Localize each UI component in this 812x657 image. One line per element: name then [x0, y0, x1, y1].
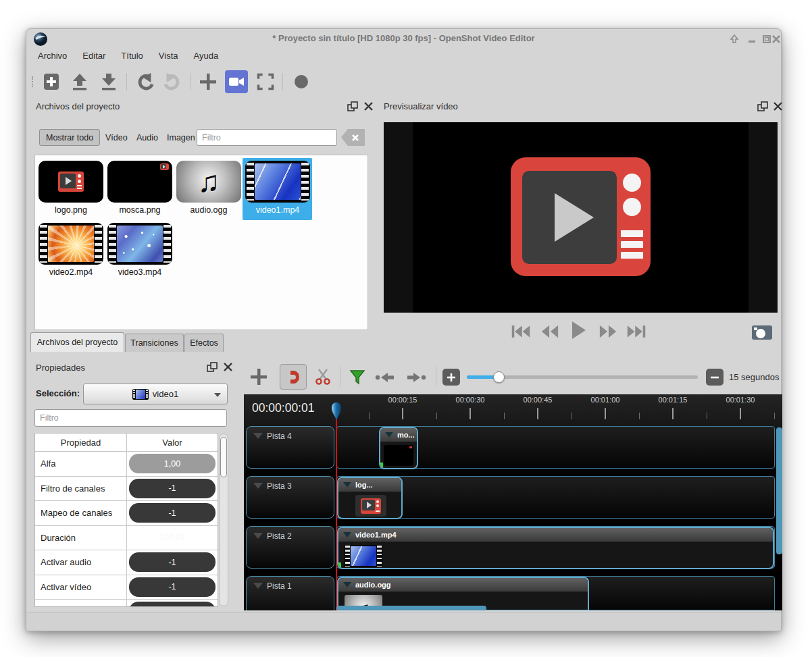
file-name: audio.ogg [175, 205, 243, 215]
value-pill[interactable]: -1 [129, 552, 215, 572]
jump-start-button[interactable] [509, 322, 532, 341]
next-marker-button[interactable] [403, 367, 429, 388]
chevron-down-icon[interactable] [343, 482, 351, 488]
value-pill[interactable]: -1 [129, 503, 215, 523]
clip-thumbnail [345, 545, 382, 567]
close-window-button[interactable] [771, 34, 783, 45]
snapping-toggle-button[interactable] [280, 364, 307, 390]
music-note-icon: ♫ [198, 167, 220, 196]
clip-mosca[interactable]: mo... [379, 427, 418, 469]
redo-button[interactable] [161, 70, 184, 93]
file-item-logo[interactable]: logo.png [37, 161, 105, 220]
filter-show-all-button[interactable]: Mostrar todo [39, 129, 100, 146]
track-lane-pista3[interactable]: log... [336, 476, 775, 519]
chevron-down-icon[interactable] [253, 533, 263, 539]
fast-forward-button[interactable] [597, 322, 619, 341]
timeline-vertical-scrollbar[interactable] [776, 427, 782, 554]
chevron-down-icon[interactable] [343, 582, 351, 587]
menu-vista[interactable]: Vista [159, 51, 178, 61]
title-bar[interactable]: * Proyecto sin título [HD 1080p 30 fps] … [26, 29, 781, 48]
chevron-down-icon[interactable] [343, 532, 351, 537]
float-panel-icon[interactable] [207, 362, 219, 373]
chevron-down-icon[interactable] [253, 433, 263, 439]
menu-ayuda[interactable]: Ayuda [194, 51, 219, 61]
jump-end-icon [626, 323, 646, 340]
timeline-horizontal-scrollbar[interactable] [336, 606, 486, 610]
track-header-pista4[interactable]: Pista 4 [246, 426, 334, 469]
timeline-add-track-button[interactable] [247, 365, 270, 388]
tv-knob [623, 174, 641, 192]
add-marker-button[interactable] [347, 367, 368, 388]
table-row-activar-audio: Activar audio -1 [35, 550, 218, 575]
chevron-down-icon[interactable] [253, 483, 263, 489]
new-project-button[interactable] [40, 70, 63, 93]
zoom-out-button[interactable] [706, 369, 724, 386]
play-button[interactable] [567, 321, 590, 340]
marker-funnel-icon [349, 369, 365, 386]
video2-thumbnail [39, 223, 103, 265]
export-video-button[interactable] [290, 70, 313, 93]
slider-handle[interactable] [493, 371, 505, 383]
file-item-mosca[interactable]: mosca.png [106, 161, 174, 220]
track-header-pista1[interactable]: Pista 1 [246, 576, 334, 610]
scrollbar-thumb[interactable] [220, 437, 227, 477]
shade-window-button[interactable] [729, 34, 741, 45]
filter-video-button[interactable]: Vídeo [99, 129, 134, 146]
value-pill[interactable]: -1 [129, 577, 215, 597]
chevron-down-icon[interactable] [385, 432, 393, 438]
clip-video1[interactable]: video1.mp4 [337, 527, 774, 569]
properties-scrollbar[interactable] [219, 433, 228, 606]
clear-filter-button[interactable] [341, 129, 365, 146]
tab-archivos-del-proyecto[interactable]: Archivos del proyecto [30, 332, 124, 352]
menu-archivo[interactable]: Archivo [38, 51, 67, 61]
track-lane-pista2[interactable]: video1.mp4 [336, 526, 775, 569]
properties-filter-input[interactable] [34, 409, 227, 427]
menu-editar[interactable]: Editar [82, 51, 105, 61]
track-lane-pista4[interactable]: mo... [336, 426, 775, 469]
timeline[interactable]: 00:00:00:01 00:00:15 00:00:30 00:00:45 0… [244, 394, 782, 610]
track-header-pista2[interactable]: Pista 2 [246, 526, 334, 569]
jump-end-button[interactable] [625, 322, 648, 341]
new-file-icon [42, 72, 61, 91]
minimize-window-button[interactable] [746, 34, 759, 45]
zoom-in-button[interactable] [442, 369, 460, 386]
file-item-video1[interactable]: video1.mp4 [244, 161, 311, 220]
save-project-button[interactable] [97, 70, 120, 93]
duration-value[interactable]: 120,02 [159, 533, 185, 542]
float-panel-icon[interactable] [757, 101, 769, 112]
float-panel-icon[interactable] [347, 101, 359, 112]
snapshot-button[interactable] [751, 322, 773, 341]
toolbar-drag-handle[interactable] [32, 76, 34, 87]
selection-dropdown[interactable]: video1 [83, 384, 228, 404]
file-item-audio[interactable]: ♫ audio.ogg [175, 161, 243, 220]
file-item-video3[interactable]: video3.mp4 [106, 223, 174, 282]
filter-audio-button[interactable]: Audio [130, 129, 164, 146]
close-panel-icon[interactable] [773, 101, 785, 112]
ruler-label: 00:00:15 [379, 396, 426, 404]
playhead-handle[interactable] [331, 402, 342, 421]
previous-marker-button[interactable] [372, 367, 398, 388]
razor-tool-button[interactable] [311, 365, 334, 388]
value-pill[interactable]: -1 [129, 479, 215, 498]
tab-efectos[interactable]: Efectos [184, 334, 224, 352]
value-pill[interactable]: 1,00 [129, 454, 215, 473]
tab-transiciones[interactable]: Transiciones [125, 334, 184, 352]
import-files-button[interactable] [68, 70, 91, 93]
timeline-zoom-slider[interactable] [467, 375, 698, 379]
close-panel-icon[interactable] [363, 101, 376, 112]
close-panel-icon[interactable] [223, 362, 235, 373]
track-header-pista3[interactable]: Pista 3 [246, 476, 334, 519]
rewind-button[interactable] [538, 322, 561, 341]
filter-image-button[interactable]: Imagen [161, 129, 201, 146]
clip-logo[interactable]: log... [337, 477, 403, 519]
ruler-tick [605, 408, 606, 419]
file-item-video2[interactable]: video2.mp4 [37, 223, 105, 282]
undo-button[interactable] [133, 70, 156, 93]
ruler-label: 00:00:30 [447, 396, 494, 404]
add-track-button[interactable] [197, 70, 220, 93]
menu-titulo[interactable]: Título [121, 51, 143, 61]
chevron-down-icon[interactable] [253, 583, 263, 589]
fullscreen-button[interactable] [254, 70, 277, 93]
files-filter-input[interactable] [197, 129, 337, 146]
choose-profile-button[interactable] [225, 70, 248, 93]
